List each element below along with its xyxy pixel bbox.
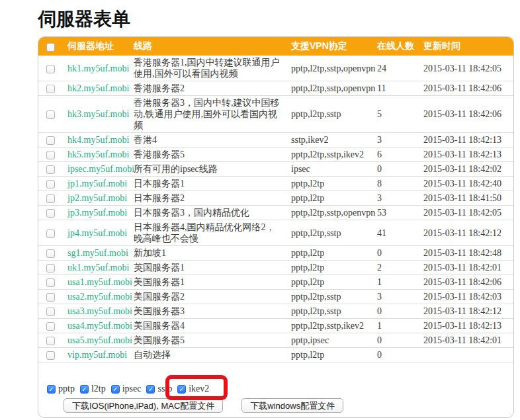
row-checkbox[interactable] — [46, 293, 55, 302]
row-checkbox[interactable] — [46, 351, 55, 360]
update-time: 2015-03-11 18:42:06 — [419, 81, 513, 96]
server-address-link[interactable]: usa1.my5uf.mobi — [67, 277, 132, 287]
line-description: 英国服务器1 — [130, 261, 287, 275]
page-title: 伺服器表单 — [38, 7, 520, 32]
row-checkbox[interactable] — [46, 230, 55, 238]
row-checkbox[interactable] — [46, 194, 55, 203]
server-address-link[interactable]: ipsec.my5uf.mobi — [67, 164, 134, 174]
download-windows-button[interactable]: 下载windows配置文件 — [241, 398, 343, 413]
filter-checkbox-l2tp[interactable]: ✓ — [80, 385, 89, 394]
filter-sstp[interactable]: ✓sstp — [146, 384, 172, 394]
update-time: 2015-03-11 18:42:06 — [419, 275, 513, 290]
server-address-link[interactable]: hk4.my5uf.mobi — [67, 135, 129, 145]
line-description: 香港服务器3，国内中转,建议中国移动,铁通用户使用,国外可以看国内视频 — [130, 96, 287, 133]
server-address-link[interactable]: usa4.my5uf.mobi — [67, 321, 132, 331]
line-description: 日本服务器3，国内精品优化 — [130, 206, 287, 220]
table-header-row: 伺服器地址 线路 支援VPN协定 在线人数 更新时间 — [38, 37, 513, 56]
filter-checkbox-sstp[interactable]: ✓ — [146, 385, 155, 394]
row-checkbox[interactable] — [46, 165, 55, 174]
update-time: 2015-03-11 18:42:01 — [419, 261, 513, 275]
update-time — [419, 348, 513, 362]
line-description: 日本服务器4,国内精品优化网络2，晚高峰也不会慢 — [130, 220, 287, 246]
row-checkbox[interactable] — [46, 180, 55, 189]
row-checkbox[interactable] — [46, 151, 55, 159]
online-count: 24 — [373, 56, 419, 81]
line-description: 自动选择 — [130, 348, 287, 362]
line-description: 香港服务器2 — [130, 81, 287, 96]
header-online: 在线人数 — [373, 37, 419, 56]
filter-checkbox-ikev2[interactable]: ✓ — [177, 385, 186, 394]
server-address-link[interactable]: jp2.my5uf.mobi — [67, 193, 127, 203]
server-address-link[interactable]: hk1.my5uf.mobi — [67, 63, 129, 73]
table-row: sg1.my5uf.mobi新加坡1pptp,l2tp02015-03-11 1… — [38, 246, 513, 261]
row-checkbox[interactable] — [46, 85, 55, 93]
filter-l2tp[interactable]: ✓l2tp — [80, 384, 106, 394]
update-time: 2015-03-11 18:42:12 — [419, 304, 513, 319]
line-description: 美国服务器5 — [130, 333, 287, 348]
header-line: 线路 — [130, 37, 287, 56]
online-count: 1 — [373, 275, 419, 290]
server-address-link[interactable]: vip.my5uf.mobi — [67, 350, 127, 360]
table-row: usa2.my5uf.mobi美国服务器2pptp,l2tp,sstp32015… — [38, 290, 513, 304]
server-address-link[interactable]: jp3.my5uf.mobi — [67, 208, 127, 218]
select-all-checkbox[interactable] — [46, 43, 55, 52]
update-time: 2015-03-11 18:42:01 — [419, 333, 513, 348]
server-address-link[interactable]: hk5.my5uf.mobi — [67, 149, 129, 159]
protocols-value: pptp,l2tp,sstp — [287, 290, 373, 304]
online-count: 53 — [373, 206, 419, 220]
row-checkbox[interactable] — [46, 65, 55, 73]
server-address-link[interactable]: hk3.my5uf.mobi — [67, 109, 129, 119]
protocols-value: pptp,l2tp,sstp — [287, 304, 373, 319]
row-checkbox[interactable] — [46, 110, 55, 119]
filter-pptp[interactable]: ✓pptp — [47, 384, 75, 394]
update-time: 2015-03-11 18:42:12 — [419, 220, 513, 246]
filter-ipsec[interactable]: ✓ipsec — [111, 384, 142, 394]
row-checkbox[interactable] — [46, 209, 55, 218]
server-address-link[interactable]: usa5.my5uf.mobi — [67, 335, 132, 345]
filter-label: pptp — [58, 384, 75, 394]
server-address-link[interactable]: jp4.my5uf.mobi — [67, 228, 127, 238]
row-checkbox[interactable] — [46, 308, 55, 316]
online-count: 5 — [373, 96, 419, 133]
server-address-link[interactable]: jp1.my5uf.mobi — [67, 179, 127, 189]
update-time: 2015-03-11 18:42:03 — [419, 290, 513, 304]
row-checkbox[interactable] — [46, 337, 55, 345]
online-count: 41 — [373, 220, 419, 246]
row-checkbox[interactable] — [46, 278, 55, 287]
filter-ikev2[interactable]: ✓ikev2 — [177, 384, 209, 394]
online-count: 8 — [373, 177, 419, 191]
server-address-link[interactable]: hk2.my5uf.mobi — [67, 83, 129, 93]
table-row: jp4.my5uf.mobi日本服务器4,国内精品优化网络2，晚高峰也不会慢pp… — [38, 220, 513, 246]
update-time: 2015-03-11 18:41:50 — [419, 191, 513, 206]
server-address-link[interactable]: usa2.my5uf.mobi — [67, 292, 132, 302]
row-checkbox[interactable] — [46, 249, 55, 258]
update-time: 2015-03-11 18:42:05 — [419, 56, 513, 81]
server-address-link[interactable]: sg1.my5uf.mobi — [67, 248, 128, 258]
table-row: usa3.my5uf.mobi美国服务器3pptp,l2tp,sstp02015… — [38, 304, 513, 319]
line-description: 新加坡1 — [130, 246, 287, 261]
filter-label: l2tp — [91, 384, 106, 394]
filter-checkbox-pptp[interactable]: ✓ — [47, 385, 56, 394]
filter-label: ikev2 — [189, 384, 209, 394]
row-checkbox[interactable] — [46, 322, 55, 331]
protocols-value: pptp,l2tp — [287, 177, 373, 191]
protocols-value: pptp,ipsec — [287, 333, 373, 348]
row-checkbox[interactable] — [46, 264, 55, 273]
update-time: 2015-03-11 18:42:13 — [419, 147, 513, 162]
protocols-value: pptp,l2tp,sstp — [287, 220, 373, 246]
server-address-link[interactable]: uk1.my5uf.mobi — [67, 263, 129, 273]
table-row: usa1.my5uf.mobi美国服务器1pptp,l2tp12015-03-1… — [38, 275, 513, 290]
online-count: 2 — [373, 261, 419, 275]
line-description: 日本服务器1 — [130, 177, 287, 191]
table-row: hk5.my5uf.mobi香港服务器5pptp,l2tp,sstp,ikev2… — [38, 147, 513, 162]
check-icon: ✓ — [81, 386, 87, 393]
download-ios-mac-button[interactable]: 下载IOS(iPhone,iPad), MAC配置文件 — [64, 398, 223, 413]
server-address-link[interactable]: usa3.my5uf.mobi — [67, 306, 132, 316]
filter-label: sstp — [157, 384, 172, 394]
filter-checkbox-ipsec[interactable]: ✓ — [111, 385, 120, 394]
online-count: 3 — [373, 191, 419, 206]
row-checkbox[interactable] — [46, 136, 55, 145]
update-time: 2015-03-11 18:42:48 — [419, 246, 513, 261]
table-row: hk4.my5uf.mobi香港4sstp,ikev232015-03-11 1… — [38, 133, 513, 147]
download-button-row: 下载IOS(iPhone,iPad), MAC配置文件 下载windows配置文… — [64, 398, 513, 413]
